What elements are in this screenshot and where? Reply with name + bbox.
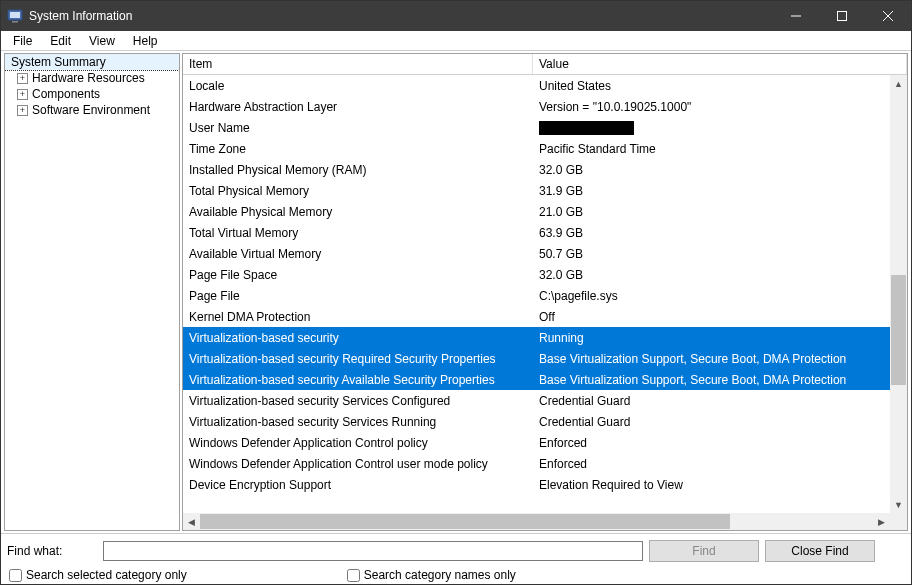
list-row[interactable]: Installed Physical Memory (RAM)32.0 GB <box>183 159 890 180</box>
cell-item: Installed Physical Memory (RAM) <box>183 163 533 177</box>
checkbox-input[interactable] <box>347 569 360 582</box>
cell-item: Virtualization-based security Available … <box>183 373 533 387</box>
cell-value: 21.0 GB <box>533 205 890 219</box>
list-row[interactable]: Kernel DMA ProtectionOff <box>183 306 890 327</box>
cell-item: Virtualization-based security <box>183 331 533 345</box>
list-row[interactable]: Page FileC:\pagefile.sys <box>183 285 890 306</box>
list-row[interactable]: Virtualization-based security Services C… <box>183 390 890 411</box>
list-row[interactable]: Available Physical Memory21.0 GB <box>183 201 890 222</box>
cell-item: Time Zone <box>183 142 533 156</box>
cell-item: Virtualization-based security Services R… <box>183 415 533 429</box>
app-icon <box>7 8 23 24</box>
tree-item-hardware-resources[interactable]: + Hardware Resources <box>5 70 179 86</box>
cell-item: Page File <box>183 289 533 303</box>
cell-item: Available Virtual Memory <box>183 247 533 261</box>
cell-value: Base Virtualization Support, Secure Boot… <box>533 373 890 387</box>
cell-item: Total Virtual Memory <box>183 226 533 240</box>
expand-icon[interactable]: + <box>17 89 28 100</box>
tree-item-label: Hardware Resources <box>32 71 145 85</box>
list-row[interactable]: User Name <box>183 117 890 138</box>
cell-value: Enforced <box>533 457 890 471</box>
cell-value: 50.7 GB <box>533 247 890 261</box>
svg-rect-2 <box>12 21 18 23</box>
tree-root-system-summary[interactable]: System Summary <box>5 54 179 70</box>
cell-value <box>533 120 890 135</box>
list-row[interactable]: Virtualization-based securityRunning <box>183 327 890 348</box>
menu-edit[interactable]: Edit <box>42 33 79 49</box>
category-tree[interactable]: System Summary + Hardware Resources + Co… <box>4 53 180 531</box>
menu-file[interactable]: File <box>5 33 40 49</box>
svg-rect-1 <box>10 12 20 18</box>
scrollbar-corner <box>890 513 907 530</box>
maximize-button[interactable] <box>819 1 865 31</box>
checkbox-label: Search category names only <box>364 568 516 582</box>
list-row[interactable]: Page File Space32.0 GB <box>183 264 890 285</box>
cell-item: Total Physical Memory <box>183 184 533 198</box>
list-row[interactable]: Time ZonePacific Standard Time <box>183 138 890 159</box>
vertical-scrollbar[interactable]: ▲ ▼ <box>890 75 907 513</box>
list-row[interactable]: Virtualization-based security Required S… <box>183 348 890 369</box>
cell-item: Virtualization-based security Required S… <box>183 352 533 366</box>
find-input[interactable] <box>103 541 643 561</box>
cell-value: United States <box>533 79 890 93</box>
list-row[interactable]: Windows Defender Application Control pol… <box>183 432 890 453</box>
svg-rect-3 <box>791 16 801 17</box>
cell-item: Windows Defender Application Control pol… <box>183 436 533 450</box>
cell-value: 32.0 GB <box>533 268 890 282</box>
close-button[interactable] <box>865 1 911 31</box>
list-row[interactable]: Virtualization-based security Services R… <box>183 411 890 432</box>
tree-item-label: Software Environment <box>32 103 150 117</box>
titlebar: System Information <box>1 1 911 31</box>
cell-value: Base Virtualization Support, Secure Boot… <box>533 352 890 366</box>
list-row[interactable]: Total Physical Memory31.9 GB <box>183 180 890 201</box>
cell-value: 63.9 GB <box>533 226 890 240</box>
cell-value: 31.9 GB <box>533 184 890 198</box>
list-header: Item Value <box>183 54 907 75</box>
cell-item: User Name <box>183 121 533 135</box>
column-header-item[interactable]: Item <box>183 54 533 74</box>
window-title: System Information <box>29 9 132 23</box>
scroll-right-icon[interactable]: ▶ <box>873 513 890 530</box>
menu-view[interactable]: View <box>81 33 123 49</box>
cell-item: Locale <box>183 79 533 93</box>
cell-value: 32.0 GB <box>533 163 890 177</box>
cell-value: Running <box>533 331 890 345</box>
cell-value: Pacific Standard Time <box>533 142 890 156</box>
redacted-value <box>539 121 634 135</box>
list-row[interactable]: LocaleUnited States <box>183 75 890 96</box>
cell-item: Virtualization-based security Services C… <box>183 394 533 408</box>
main-area: System Summary + Hardware Resources + Co… <box>1 51 911 534</box>
scroll-left-icon[interactable]: ◀ <box>183 513 200 530</box>
cell-value: Elevation Required to View <box>533 478 890 492</box>
cell-value: Off <box>533 310 890 324</box>
scroll-thumb[interactable] <box>891 275 906 385</box>
find-button[interactable]: Find <box>649 540 759 562</box>
checkbox-input[interactable] <box>9 569 22 582</box>
list-row[interactable]: Virtualization-based security Available … <box>183 369 890 390</box>
list-row[interactable]: Available Virtual Memory50.7 GB <box>183 243 890 264</box>
scroll-up-icon[interactable]: ▲ <box>890 75 907 92</box>
search-selected-category-checkbox[interactable]: Search selected category only <box>9 568 187 582</box>
tree-item-label: Components <box>32 87 100 101</box>
tree-item-components[interactable]: + Components <box>5 86 179 102</box>
cell-value: Credential Guard <box>533 394 890 408</box>
scroll-thumb[interactable] <box>200 514 730 529</box>
menubar: File Edit View Help <box>1 31 911 51</box>
horizontal-scrollbar[interactable]: ◀ ▶ <box>183 513 890 530</box>
close-find-button[interactable]: Close Find <box>765 540 875 562</box>
list-row[interactable]: Windows Defender Application Control use… <box>183 453 890 474</box>
list-row[interactable]: Device Encryption SupportElevation Requi… <box>183 474 890 495</box>
scroll-down-icon[interactable]: ▼ <box>890 496 907 513</box>
menu-help[interactable]: Help <box>125 33 166 49</box>
minimize-button[interactable] <box>773 1 819 31</box>
expand-icon[interactable]: + <box>17 73 28 84</box>
tree-item-software-environment[interactable]: + Software Environment <box>5 102 179 118</box>
column-header-value[interactable]: Value <box>533 54 907 74</box>
cell-item: Page File Space <box>183 268 533 282</box>
cell-value: C:\pagefile.sys <box>533 289 890 303</box>
cell-item: Available Physical Memory <box>183 205 533 219</box>
list-row[interactable]: Hardware Abstraction LayerVersion = "10.… <box>183 96 890 117</box>
search-category-names-checkbox[interactable]: Search category names only <box>347 568 516 582</box>
list-row[interactable]: Total Virtual Memory63.9 GB <box>183 222 890 243</box>
expand-icon[interactable]: + <box>17 105 28 116</box>
